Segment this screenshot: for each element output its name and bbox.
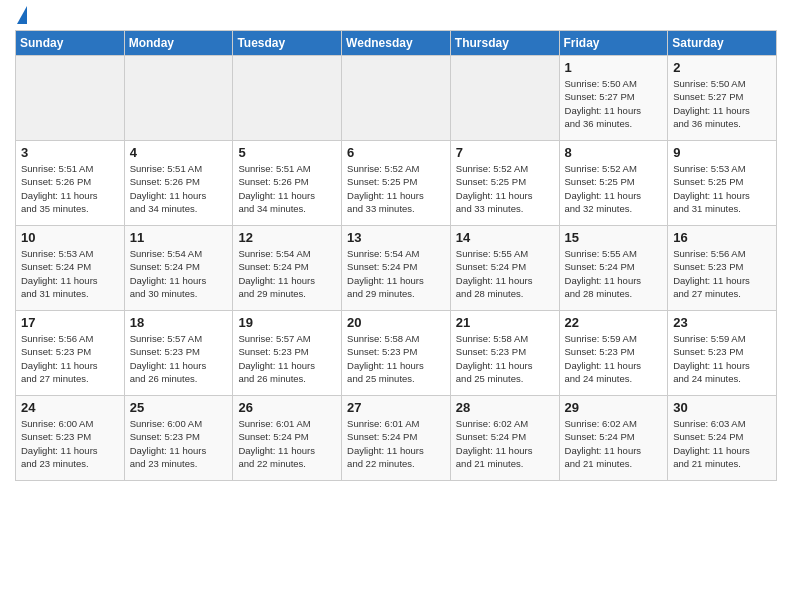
sunset-info: Sunset: 5:23 PM	[456, 346, 526, 357]
sunrise-info: Sunrise: 6:01 AM	[238, 418, 310, 429]
logo	[15, 10, 27, 24]
calendar-day-cell: 18Sunrise: 5:57 AMSunset: 5:23 PMDayligh…	[124, 311, 233, 396]
daylight-info: Daylight: 11 hours	[456, 190, 533, 201]
sunset-info: Sunset: 5:24 PM	[21, 261, 91, 272]
daylight-info: Daylight: 11 hours	[347, 190, 424, 201]
sunset-info: Sunset: 5:23 PM	[673, 261, 743, 272]
day-info: Sunrise: 5:53 AMSunset: 5:25 PMDaylight:…	[673, 162, 771, 215]
sunset-info: Sunset: 5:23 PM	[565, 346, 635, 357]
daylight-info: Daylight: 11 hours	[565, 105, 642, 116]
daylight-minutes: and 23 minutes.	[130, 458, 198, 469]
day-info: Sunrise: 6:02 AMSunset: 5:24 PMDaylight:…	[565, 417, 663, 470]
daylight-minutes: and 26 minutes.	[238, 373, 306, 384]
sunset-info: Sunset: 5:25 PM	[565, 176, 635, 187]
calendar-day-cell: 26Sunrise: 6:01 AMSunset: 5:24 PMDayligh…	[233, 396, 342, 481]
sunset-info: Sunset: 5:24 PM	[565, 431, 635, 442]
day-number: 18	[130, 315, 228, 330]
calendar-day-cell	[450, 56, 559, 141]
daylight-minutes: and 26 minutes.	[130, 373, 198, 384]
calendar-day-cell: 6Sunrise: 5:52 AMSunset: 5:25 PMDaylight…	[342, 141, 451, 226]
calendar-day-cell: 8Sunrise: 5:52 AMSunset: 5:25 PMDaylight…	[559, 141, 668, 226]
day-number: 1	[565, 60, 663, 75]
sunrise-info: Sunrise: 5:57 AM	[130, 333, 202, 344]
daylight-minutes: and 24 minutes.	[565, 373, 633, 384]
sunset-info: Sunset: 5:24 PM	[238, 261, 308, 272]
day-info: Sunrise: 6:03 AMSunset: 5:24 PMDaylight:…	[673, 417, 771, 470]
day-info: Sunrise: 5:51 AMSunset: 5:26 PMDaylight:…	[238, 162, 336, 215]
daylight-minutes: and 28 minutes.	[565, 288, 633, 299]
sunset-info: Sunset: 5:24 PM	[130, 261, 200, 272]
calendar-day-cell: 15Sunrise: 5:55 AMSunset: 5:24 PMDayligh…	[559, 226, 668, 311]
daylight-minutes: and 34 minutes.	[130, 203, 198, 214]
sunrise-info: Sunrise: 5:59 AM	[565, 333, 637, 344]
sunset-info: Sunset: 5:24 PM	[238, 431, 308, 442]
sunrise-info: Sunrise: 5:50 AM	[673, 78, 745, 89]
day-number: 28	[456, 400, 554, 415]
calendar-body: 1Sunrise: 5:50 AMSunset: 5:27 PMDaylight…	[16, 56, 777, 481]
calendar-day-cell: 11Sunrise: 5:54 AMSunset: 5:24 PMDayligh…	[124, 226, 233, 311]
sunset-info: Sunset: 5:24 PM	[347, 261, 417, 272]
daylight-minutes: and 35 minutes.	[21, 203, 89, 214]
day-info: Sunrise: 5:52 AMSunset: 5:25 PMDaylight:…	[565, 162, 663, 215]
day-number: 19	[238, 315, 336, 330]
sunset-info: Sunset: 5:23 PM	[130, 431, 200, 442]
daylight-info: Daylight: 11 hours	[130, 190, 207, 201]
sunrise-info: Sunrise: 5:51 AM	[21, 163, 93, 174]
sunset-info: Sunset: 5:27 PM	[565, 91, 635, 102]
sunrise-info: Sunrise: 6:00 AM	[130, 418, 202, 429]
day-number: 3	[21, 145, 119, 160]
weekday-header-cell: Sunday	[16, 31, 125, 56]
day-number: 17	[21, 315, 119, 330]
daylight-info: Daylight: 11 hours	[565, 445, 642, 456]
daylight-minutes: and 31 minutes.	[673, 203, 741, 214]
day-info: Sunrise: 6:01 AMSunset: 5:24 PMDaylight:…	[347, 417, 445, 470]
day-number: 5	[238, 145, 336, 160]
day-info: Sunrise: 5:55 AMSunset: 5:24 PMDaylight:…	[565, 247, 663, 300]
calendar-day-cell: 10Sunrise: 5:53 AMSunset: 5:24 PMDayligh…	[16, 226, 125, 311]
sunset-info: Sunset: 5:25 PM	[673, 176, 743, 187]
calendar-day-cell: 27Sunrise: 6:01 AMSunset: 5:24 PMDayligh…	[342, 396, 451, 481]
daylight-info: Daylight: 11 hours	[456, 360, 533, 371]
sunrise-info: Sunrise: 6:03 AM	[673, 418, 745, 429]
sunrise-info: Sunrise: 5:55 AM	[565, 248, 637, 259]
sunrise-info: Sunrise: 6:02 AM	[456, 418, 528, 429]
daylight-minutes: and 21 minutes.	[565, 458, 633, 469]
daylight-info: Daylight: 11 hours	[238, 360, 315, 371]
day-number: 13	[347, 230, 445, 245]
weekday-header-cell: Thursday	[450, 31, 559, 56]
day-number: 27	[347, 400, 445, 415]
weekday-header-cell: Wednesday	[342, 31, 451, 56]
sunrise-info: Sunrise: 6:01 AM	[347, 418, 419, 429]
calendar-day-cell: 7Sunrise: 5:52 AMSunset: 5:25 PMDaylight…	[450, 141, 559, 226]
daylight-minutes: and 27 minutes.	[673, 288, 741, 299]
daylight-info: Daylight: 11 hours	[673, 275, 750, 286]
day-number: 15	[565, 230, 663, 245]
daylight-minutes: and 36 minutes.	[673, 118, 741, 129]
day-info: Sunrise: 5:52 AMSunset: 5:25 PMDaylight:…	[456, 162, 554, 215]
daylight-minutes: and 25 minutes.	[456, 373, 524, 384]
daylight-minutes: and 33 minutes.	[347, 203, 415, 214]
day-info: Sunrise: 5:52 AMSunset: 5:25 PMDaylight:…	[347, 162, 445, 215]
calendar-day-cell: 30Sunrise: 6:03 AMSunset: 5:24 PMDayligh…	[668, 396, 777, 481]
daylight-minutes: and 33 minutes.	[456, 203, 524, 214]
weekday-header-cell: Friday	[559, 31, 668, 56]
calendar-day-cell: 14Sunrise: 5:55 AMSunset: 5:24 PMDayligh…	[450, 226, 559, 311]
calendar-day-cell: 1Sunrise: 5:50 AMSunset: 5:27 PMDaylight…	[559, 56, 668, 141]
sunrise-info: Sunrise: 5:53 AM	[21, 248, 93, 259]
daylight-info: Daylight: 11 hours	[673, 360, 750, 371]
sunset-info: Sunset: 5:26 PM	[21, 176, 91, 187]
sunset-info: Sunset: 5:24 PM	[565, 261, 635, 272]
sunset-info: Sunset: 5:23 PM	[130, 346, 200, 357]
sunrise-info: Sunrise: 5:51 AM	[238, 163, 310, 174]
day-info: Sunrise: 5:56 AMSunset: 5:23 PMDaylight:…	[21, 332, 119, 385]
calendar-table: SundayMondayTuesdayWednesdayThursdayFrid…	[15, 30, 777, 481]
calendar-day-cell: 19Sunrise: 5:57 AMSunset: 5:23 PMDayligh…	[233, 311, 342, 396]
calendar-week-row: 24Sunrise: 6:00 AMSunset: 5:23 PMDayligh…	[16, 396, 777, 481]
daylight-info: Daylight: 11 hours	[565, 275, 642, 286]
sunrise-info: Sunrise: 5:56 AM	[673, 248, 745, 259]
calendar-day-cell	[124, 56, 233, 141]
day-number: 23	[673, 315, 771, 330]
sunrise-info: Sunrise: 5:50 AM	[565, 78, 637, 89]
calendar-day-cell: 17Sunrise: 5:56 AMSunset: 5:23 PMDayligh…	[16, 311, 125, 396]
calendar-day-cell: 29Sunrise: 6:02 AMSunset: 5:24 PMDayligh…	[559, 396, 668, 481]
